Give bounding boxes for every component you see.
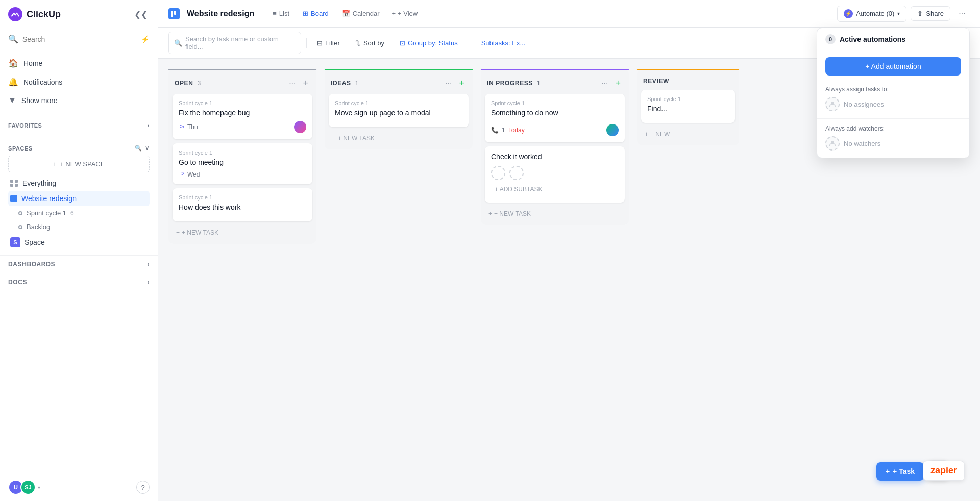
open-column-add-button[interactable]: +	[301, 78, 310, 89]
inprogress-column-add-button[interactable]: +	[613, 78, 623, 89]
task-card-go-to-meeting[interactable]: Sprint cycle 1 Go to meeting 🏳 Wed	[173, 143, 312, 184]
sprint-cycle-dot-icon	[18, 211, 22, 215]
ideas-column-more-button[interactable]: ···	[443, 78, 454, 89]
tab-calendar[interactable]: 📅 Calendar	[336, 7, 386, 20]
ideas-column-indicator	[325, 69, 473, 70]
sidebar-item-everything[interactable]: Everything	[8, 176, 150, 191]
avatar-dropdown-icon[interactable]: ▾	[38, 485, 40, 490]
floating-task-label: + Task	[893, 467, 915, 475]
open-column-more-button[interactable]: ···	[287, 78, 298, 89]
task-title-review-find: Find...	[647, 105, 729, 113]
open-column-title-area: OPEN 3	[175, 80, 201, 87]
sidebar-search-area: 🔍 ⚡	[0, 29, 158, 49]
add-view-button[interactable]: + + View	[386, 7, 423, 20]
no-watchers-label: No watchers	[844, 140, 880, 147]
tab-list[interactable]: ≡ List	[266, 7, 296, 20]
sidebar-item-show-more[interactable]: ▼ Show more	[0, 91, 158, 110]
inprogress-column-new-task-button[interactable]: + + NEW TASK	[485, 207, 625, 221]
sidebar-item-website-redesign[interactable]: Website redesign	[8, 191, 150, 206]
notifications-label: Notifications	[23, 78, 62, 86]
open-column-new-task-button[interactable]: + + NEW TASK	[173, 226, 312, 240]
filter-divider-1	[306, 38, 307, 48]
filter-label: Filter	[325, 39, 340, 47]
board-search-field[interactable]: 🔍 Search by task name or custom field...	[168, 32, 301, 54]
logo-area: ClickUp	[8, 7, 61, 21]
tab-board[interactable]: ⊞ Board	[297, 7, 335, 20]
add-view-label: + View	[398, 10, 418, 17]
task-title-row-inprogress: Something to do now —	[491, 109, 619, 121]
backlog-label: Backlog	[27, 223, 50, 231]
inprogress-column-title-area: IN PROGRESS 1	[487, 80, 541, 87]
ideas-column-title-area: IDEAS 1	[331, 80, 358, 87]
subtask-count: 1	[502, 127, 505, 134]
floating-add-task-button[interactable]: + + Task	[876, 462, 924, 481]
watcher-person-icon	[829, 140, 836, 147]
group-by-button[interactable]: ⊡ Group by: Status	[395, 37, 463, 49]
add-automation-button[interactable]: + Add automation	[825, 57, 961, 76]
notifications-icon: 🔔	[8, 77, 18, 87]
calendar-tab-icon: 📅	[342, 10, 350, 17]
task-assignee-inprogress	[606, 124, 619, 136]
open-column-body: Sprint cycle 1 Fix the homepage bug 🏳 Th…	[168, 94, 316, 244]
task-card-check-it-worked[interactable]: Check it worked + ADD SUBTASK	[485, 146, 625, 203]
favorites-header[interactable]: FAVORITES ›	[8, 118, 150, 133]
task-card-something-to-do[interactable]: Sprint cycle 1 Something to do now — 📞 1…	[485, 94, 625, 142]
topbar: Website redesign ≡ List ⊞ Board 📅 Calend…	[158, 0, 980, 28]
column-inprogress: IN PROGRESS 1 ··· + Sprint cycle 1 Somet…	[481, 69, 629, 225]
collapse-sidebar-button[interactable]: ❮❮	[132, 8, 150, 21]
new-space-plus-icon: +	[53, 160, 57, 168]
more-options-button[interactable]: ···	[954, 6, 970, 21]
open-column-actions: ··· +	[287, 78, 310, 89]
task-card-review-find[interactable]: Sprint cycle 1 Find...	[641, 90, 735, 123]
spaces-header[interactable]: SPACES 🔍 ∨	[8, 141, 150, 156]
automate-icon: ⚡	[844, 9, 853, 18]
task-card-how-does-this-work[interactable]: Sprint cycle 1 How does this work	[173, 188, 312, 221]
open-column-title: OPEN	[175, 80, 193, 87]
ideas-column-add-button[interactable]: +	[457, 78, 467, 89]
dashboards-chevron-icon: ›	[147, 261, 150, 268]
new-space-label: + NEW SPACE	[60, 160, 105, 168]
sidebar-item-backlog[interactable]: Backlog	[8, 220, 150, 234]
sort-button[interactable]: ⇅ Sort by	[350, 37, 389, 49]
new-task-plus-icon: +	[176, 229, 180, 236]
ideas-column-new-task-button[interactable]: + + NEW TASK	[329, 131, 469, 145]
page-title: Website redesign	[187, 9, 254, 18]
filter-button[interactable]: ⊟ Filter	[312, 37, 345, 49]
website-redesign-icon	[10, 195, 17, 202]
spaces-label: SPACES	[8, 145, 33, 152]
sidebar-item-home[interactable]: 🏠 Home	[0, 54, 158, 72]
sort-icon: ⇅	[355, 39, 361, 47]
sidebar-item-space[interactable]: S Space	[8, 234, 150, 251]
column-open: OPEN 3 ··· + Sprint cycle 1 Fix the home…	[168, 69, 316, 244]
home-icon: 🏠	[8, 58, 18, 68]
review-column-body: Sprint cycle 1 Find... + + NEW	[637, 90, 739, 145]
spaces-search-icon[interactable]: 🔍	[135, 145, 142, 152]
task-sprint-label: Sprint cycle 1	[179, 100, 306, 106]
subtasks-button[interactable]: ⊢ Subtasks: Ex...	[468, 37, 531, 49]
group-label: Group by: Status	[408, 39, 458, 47]
no-watcher-avatar-icon	[825, 136, 840, 151]
task-title-how-does-this-work: How does this work	[179, 203, 306, 211]
dashboards-section-header[interactable]: DASHBOARDS ›	[0, 255, 158, 273]
open-column-header: OPEN 3 ··· +	[168, 72, 316, 94]
backlog-dot-icon	[18, 225, 22, 229]
sidebar-item-notifications[interactable]: 🔔 Notifications	[0, 72, 158, 91]
inprogress-column-header: IN PROGRESS 1 ··· +	[481, 72, 629, 94]
sidebar-item-sprint-cycle[interactable]: Sprint cycle 1 6	[8, 206, 150, 220]
task-card-fix-homepage[interactable]: Sprint cycle 1 Fix the homepage bug 🏳 Th…	[173, 94, 312, 139]
spaces-expand-icon[interactable]: ∨	[145, 145, 150, 152]
review-column-new-task-button[interactable]: + + NEW	[641, 127, 735, 141]
share-button[interactable]: ⇧ Share	[911, 6, 950, 21]
space-label: Space	[24, 238, 148, 246]
help-button[interactable]: ?	[136, 481, 150, 494]
automate-button[interactable]: ⚡ Automate (0) ▾	[837, 6, 906, 22]
add-subtask-button[interactable]: + ADD SUBTASK	[491, 182, 619, 196]
docs-section-header[interactable]: DOCS ›	[0, 273, 158, 291]
search-input[interactable]	[22, 35, 137, 43]
new-space-button[interactable]: + + NEW SPACE	[8, 156, 150, 172]
task-footer-go-to-meeting: 🏳 Wed	[179, 170, 306, 178]
task-sprint-label-inprogress: Sprint cycle 1	[491, 100, 619, 106]
avatar-sj[interactable]: SJ	[20, 480, 36, 495]
inprogress-column-more-button[interactable]: ···	[599, 78, 610, 89]
task-card-move-signup[interactable]: Sprint cycle 1 Move sign up page to a mo…	[329, 94, 469, 127]
